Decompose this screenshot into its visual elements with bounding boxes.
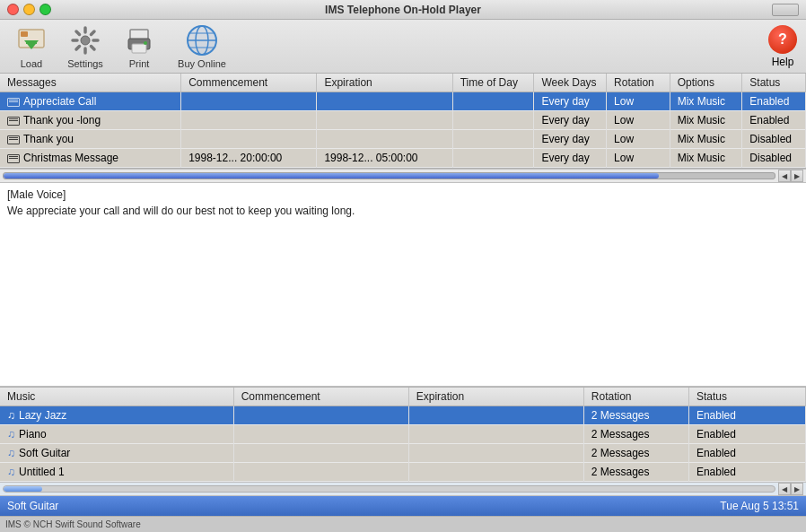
- message-cell-0-2: [317, 92, 452, 111]
- message-cell-3-0: Christmas Message: [0, 149, 181, 168]
- col-header-rotation: Rotation: [607, 74, 670, 92]
- music-table: Music Commencement Expiration Rotation S…: [0, 388, 806, 482]
- scroll-left-arrow[interactable]: ◀: [778, 170, 791, 182]
- music-row-2[interactable]: ♫Soft Guitar2 MessagesEnabled: [0, 444, 806, 463]
- message-cell-2-4: Every day: [534, 130, 607, 149]
- buy-online-button[interactable]: Buy Online: [171, 24, 233, 69]
- col-header-timeofday: Time of Day: [452, 74, 534, 92]
- music-cell-2-4: Enabled: [688, 444, 805, 463]
- message-cell-0-5: Low: [607, 92, 670, 111]
- buy-online-icon: [186, 24, 218, 57]
- message-cell-2-1: [181, 130, 317, 149]
- preview-voice-label: [Male Voice]: [7, 188, 799, 201]
- music-cell-2-1: [233, 444, 408, 463]
- print-button[interactable]: Print: [117, 24, 162, 69]
- message-cell-0-3: [452, 92, 534, 111]
- music-cell-0-1: [233, 406, 408, 425]
- svg-rect-2: [26, 40, 37, 44]
- message-row-0[interactable]: Appreciate CallEvery dayLowMix MusicEnab…: [0, 92, 806, 111]
- scroll-right-arrow[interactable]: ▶: [791, 170, 803, 182]
- messages-scrollbar[interactable]: ◀ ▶: [0, 169, 806, 183]
- music-scrollbar[interactable]: ◀ ▶: [0, 482, 806, 496]
- message-cell-2-5: Low: [607, 130, 670, 149]
- message-cell-0-4: Every day: [534, 92, 607, 111]
- message-row-3[interactable]: Christmas Message1998-12... 20:00:001998…: [0, 149, 806, 168]
- music-cell-0-4: Enabled: [688, 406, 805, 425]
- scroll-track[interactable]: [3, 172, 775, 179]
- svg-rect-3: [21, 31, 28, 37]
- window-title: IMS Telephone On-Hold Player: [325, 4, 481, 16]
- message-cell-3-3: [452, 149, 534, 168]
- print-label: Print: [129, 58, 150, 69]
- music-cell-3-2: [408, 463, 583, 482]
- message-cell-0-6: Mix Music: [670, 92, 742, 111]
- preview-text: We appreciate your call and will do our …: [7, 205, 799, 217]
- scroll-thumb: [4, 173, 659, 179]
- minimize-button[interactable]: [23, 4, 35, 15]
- message-cell-1-5: Low: [607, 111, 670, 130]
- svg-line-12: [76, 46, 80, 49]
- message-cell-3-2: 1998-12... 05:00:00: [317, 149, 452, 168]
- col-header-messages: Messages: [0, 74, 181, 92]
- message-cell-3-4: Every day: [534, 149, 607, 168]
- help-button[interactable]: ? Help: [768, 25, 797, 68]
- settings-button[interactable]: Settings: [63, 24, 108, 69]
- svg-point-16: [144, 41, 147, 45]
- current-track-label: Soft Guitar: [7, 500, 720, 512]
- messages-section: Messages Commencement Expiration Time of…: [0, 74, 806, 169]
- music-cell-1-1: [233, 425, 408, 444]
- help-label: Help: [772, 56, 794, 68]
- lower-scroll-right[interactable]: ▶: [791, 483, 803, 495]
- lower-scroll-left[interactable]: ◀: [778, 483, 791, 495]
- message-row-1[interactable]: Thank you -longEvery dayLowMix MusicEnab…: [0, 111, 806, 130]
- music-cell-1-4: Enabled: [688, 425, 805, 444]
- scroll-arrows[interactable]: ◀ ▶: [778, 170, 803, 182]
- window-controls[interactable]: [7, 4, 51, 15]
- message-cell-2-7: Disabled: [742, 130, 806, 149]
- lower-scroll-arrows[interactable]: ◀ ▶: [778, 483, 803, 495]
- music-cell-3-1: [233, 463, 408, 482]
- message-cell-2-2: [317, 130, 452, 149]
- col-header-rotation2: Rotation: [583, 388, 688, 406]
- music-cell-3-0: ♫Untitled 1: [0, 463, 233, 482]
- message-cell-1-0: Thank you -long: [0, 111, 181, 130]
- message-cell-1-2: [317, 111, 452, 130]
- settings-label: Settings: [67, 58, 103, 69]
- music-cell-0-2: [408, 406, 583, 425]
- message-row-2[interactable]: Thank youEvery dayLowMix MusicDisabled: [0, 130, 806, 149]
- music-cell-0-3: 2 Messages: [583, 406, 688, 425]
- music-row-1[interactable]: ♫Piano2 MessagesEnabled: [0, 425, 806, 444]
- col-header-commencement2: Commencement: [233, 388, 408, 406]
- svg-rect-15: [132, 44, 146, 53]
- help-icon: ?: [768, 25, 797, 54]
- datetime-label: Tue Aug 5 13:51: [720, 500, 799, 512]
- svg-line-11: [92, 31, 95, 35]
- message-cell-3-7: Disabled: [742, 149, 806, 168]
- close-button[interactable]: [7, 4, 19, 15]
- messages-table: Messages Commencement Expiration Time of…: [0, 74, 806, 168]
- copyright-text: IMS © NCH Swift Sound Software: [5, 519, 141, 529]
- buy-online-label: Buy Online: [178, 58, 226, 69]
- lower-scroll-track[interactable]: [3, 485, 775, 493]
- message-cell-1-7: Enabled: [742, 111, 806, 130]
- load-icon: [15, 24, 48, 57]
- music-row-3[interactable]: ♫Untitled 12 MessagesEnabled: [0, 463, 806, 482]
- messages-header-row: Messages Commencement Expiration Time of…: [0, 74, 806, 92]
- music-cell-3-4: Enabled: [688, 463, 805, 482]
- col-header-weekdays: Week Days: [534, 74, 607, 92]
- preview-area: [Male Voice] We appreciate your call and…: [0, 183, 806, 387]
- message-cell-0-0: Appreciate Call: [0, 92, 181, 111]
- settings-icon: [69, 24, 101, 57]
- music-cell-1-0: ♫Piano: [0, 425, 233, 444]
- window-resize-handle: [772, 4, 799, 16]
- music-cell-3-3: 2 Messages: [583, 463, 688, 482]
- music-row-0[interactable]: ♫Lazy Jazz2 MessagesEnabled: [0, 406, 806, 425]
- status-bar: Soft Guitar Tue Aug 5 13:51: [0, 496, 806, 516]
- col-header-music: Music: [0, 388, 233, 406]
- col-header-expiration2: Expiration: [408, 388, 583, 406]
- load-button[interactable]: Load: [9, 24, 54, 69]
- maximize-button[interactable]: [39, 4, 51, 15]
- message-cell-3-5: Low: [607, 149, 670, 168]
- svg-point-4: [81, 36, 90, 45]
- svg-line-10: [92, 46, 95, 49]
